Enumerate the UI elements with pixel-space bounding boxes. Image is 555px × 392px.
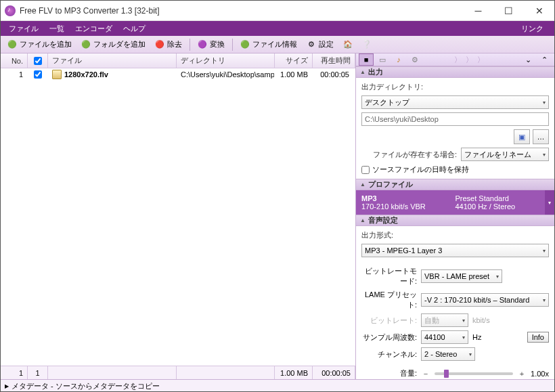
volume-slider[interactable] (435, 372, 513, 375)
list-footer: 1 1 1.00 MB 00:00:05 (1, 366, 355, 379)
bitrate-mode-label: ビットレートモード: (361, 266, 417, 286)
select-all-checkbox[interactable] (34, 57, 42, 65)
volume-value: 1.00x (531, 370, 549, 378)
menu-help[interactable]: ヘルプ (118, 22, 151, 35)
chevron-down-icon: ▾ (462, 318, 465, 324)
gear-icon: ⚙ (307, 40, 316, 49)
volume-plus[interactable]: + (517, 370, 527, 378)
add-file-button[interactable]: 🟢ファイルを追加 (3, 38, 76, 51)
volume-label: 音量: (361, 368, 417, 378)
tab-doc[interactable]: ▭ (375, 53, 390, 66)
channel-label: チャンネル: (361, 349, 417, 360)
lame-preset-select[interactable]: -V 2 : 170-210 kbit/s – Standard▾ (421, 293, 549, 307)
chevron-down-icon: ▾ (543, 248, 546, 254)
menu-encoder[interactable]: エンコーダ (70, 22, 118, 35)
menu-file[interactable]: ファイル (3, 22, 44, 35)
tab-folder[interactable]: ■ (359, 53, 374, 66)
profile-section-header[interactable]: ▲プロファイル (356, 179, 554, 190)
home-button[interactable]: 🏠 (339, 39, 357, 51)
convert-button[interactable]: 🟣変換 (194, 38, 229, 51)
col-check[interactable] (28, 53, 48, 68)
col-size[interactable]: サイズ (275, 53, 313, 68)
panel-chevron-up[interactable]: ⌃ (537, 53, 552, 66)
profile-selector[interactable]: MP3170-210 kbit/s VBR Preset Standard441… (356, 190, 554, 215)
row-size: 1.00 MB (275, 70, 313, 79)
menu-list[interactable]: 一覧 (44, 22, 70, 35)
file-info-button[interactable]: 🟢ファイル情報 (236, 38, 301, 51)
remove-icon: 🔴 (155, 40, 164, 49)
chevron-down-icon: ▾ (543, 152, 546, 158)
statusbar: ▶ メタデータ - ソースからメタデータをコピー (1, 379, 554, 392)
bitrate-select: 自動▾ (421, 313, 468, 327)
row-duration: 00:00:05 (313, 70, 355, 79)
audio-section-header[interactable]: ▲音声設定 (356, 215, 554, 226)
close-button[interactable]: ✕ (524, 1, 554, 20)
gear-icon: ⚙ (412, 56, 418, 64)
right-toolbar: ■ ▭ ♪ ⚙ 〉〉〉 ⌄ ⌃ (356, 53, 554, 66)
chevron-down-icon: ⌄ (525, 56, 531, 64)
col-dir[interactable]: ディレクトリ (177, 53, 275, 68)
maximize-button[interactable]: ☐ (493, 1, 524, 20)
channel-select[interactable]: 2 - Stereo▾ (421, 347, 475, 361)
panel-chevron-down[interactable]: ⌄ (520, 53, 535, 66)
menu-link[interactable]: リンク (516, 22, 549, 35)
remove-button[interactable]: 🔴除去 (151, 38, 186, 51)
row-checkbox[interactable] (34, 70, 42, 79)
collapse-icon: ▲ (360, 69, 365, 75)
col-duration[interactable]: 再生時間 (313, 53, 355, 68)
table-row[interactable]: 1 1280x720.flv C:\Users\yuki\Desktop\sam… (1, 68, 355, 81)
file-exists-label: ファイルが存在する場合: (361, 150, 457, 160)
chevron-down-icon: ▾ (496, 274, 499, 280)
status-text: メタデータ - ソースからメタデータをコピー (12, 381, 160, 391)
browse-folder-button[interactable]: ▣ (514, 129, 530, 144)
volume-minus[interactable]: − (421, 370, 430, 378)
list-body[interactable]: 1 1280x720.flv C:\Users\yuki\Desktop\sam… (1, 68, 355, 366)
slider-thumb[interactable] (444, 370, 449, 378)
output-path-field[interactable]: C:\Users\yuki\Desktop (361, 112, 549, 126)
profile-dropdown-icon[interactable]: ▾ (545, 190, 554, 215)
output-format-label: 出力形式: (361, 230, 549, 240)
settings-panel: ■ ▭ ♪ ⚙ 〉〉〉 ⌄ ⌃ ▲出力 出力ディレクトリ: デスクトップ▾ C:… (356, 53, 554, 379)
folder-open-icon: ▣ (518, 133, 525, 141)
expand-arrows[interactable]: 〉〉〉 (424, 55, 519, 65)
output-section-header[interactable]: ▲出力 (356, 66, 554, 78)
chevron-down-icon: ▾ (469, 351, 472, 357)
expand-icon[interactable]: ▶ (5, 383, 9, 389)
output-format-select[interactable]: MP3 - MPEG-1 Layer 3▾ (361, 244, 549, 257)
row-no: 1 (1, 70, 28, 79)
app-icon (5, 5, 16, 16)
output-dir-select[interactable]: デスクトップ▾ (361, 95, 549, 109)
minimize-button[interactable]: ─ (463, 1, 493, 20)
info-button[interactable]: Info (527, 332, 549, 343)
collapse-icon: ▲ (360, 181, 365, 188)
window-title: Free FLV to MP3 Converter 1.3 [32-bit] (20, 6, 463, 16)
add-folder-button[interactable]: 🟢フォルダを追加 (77, 38, 150, 51)
add-file-icon: 🟢 (7, 40, 17, 49)
output-dir-label: 出力ディレクトリ: (361, 82, 549, 92)
add-folder-icon: 🟢 (81, 40, 91, 49)
sample-rate-label: サンプル周波数: (361, 332, 417, 343)
col-file[interactable]: ファイル (48, 53, 177, 68)
more-button[interactable]: … (533, 129, 549, 144)
ellipsis-icon: … (537, 133, 545, 141)
tab-gear[interactable]: ⚙ (407, 53, 422, 66)
music-icon: ♪ (397, 56, 401, 64)
toolbar: 🟢ファイルを追加 🟢フォルダを追加 🔴除去 🟣変換 🟢ファイル情報 ⚙設定 🏠 … (1, 36, 554, 53)
settings-button[interactable]: ⚙設定 (303, 38, 338, 51)
tab-music[interactable]: ♪ (391, 53, 406, 66)
sample-rate-select[interactable]: 44100▾ (421, 330, 468, 344)
help-icon: ❔ (362, 40, 372, 49)
home-icon: 🏠 (343, 40, 353, 49)
chevron-up-icon: ⌃ (541, 56, 548, 64)
file-info-icon: 🟢 (240, 40, 250, 49)
col-no[interactable]: No. (1, 53, 28, 68)
help-button[interactable]: ❔ (358, 39, 376, 51)
menubar: ファイル 一覧 エンコーダ ヘルプ リンク (1, 21, 554, 36)
titlebar: Free FLV to MP3 Converter 1.3 [32-bit] ─… (1, 1, 554, 21)
preserve-timestamp-checkbox[interactable]: ソースファイルの日時を保持 (361, 165, 549, 175)
convert-icon: 🟣 (198, 40, 207, 49)
file-exists-select[interactable]: ファイルをリネーム▾ (461, 148, 549, 161)
bitrate-mode-select[interactable]: VBR - LAME preset▾ (421, 269, 502, 283)
bitrate-label: ビットレート: (361, 315, 417, 326)
row-dir: C:\Users\yuki\Desktop\sample\... (177, 70, 275, 79)
